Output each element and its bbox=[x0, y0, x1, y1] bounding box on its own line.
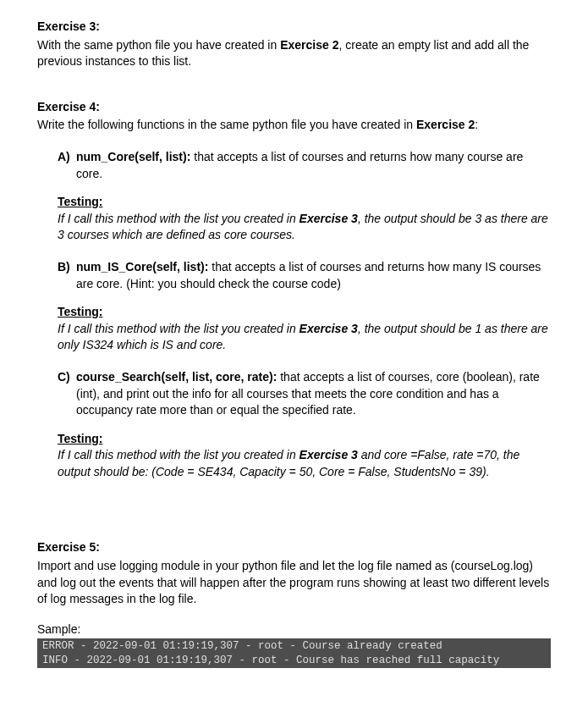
exercise-4-item-a-testing-bold: Exercise 3 bbox=[299, 212, 358, 225]
exercise-4-item-b-rest: num_IS_Core(self, list): that accepts a … bbox=[76, 259, 551, 292]
console-line-1-msg: Course already created bbox=[303, 640, 442, 652]
exercise-4-item-a: A) num_Core(self, list): that accepts a … bbox=[58, 149, 551, 182]
console-line-1-sep1: - bbox=[74, 640, 94, 652]
console-line-2-sep2: - bbox=[233, 654, 252, 666]
exercise-4-item-a-line: A) num_Core(self, list): that accepts a … bbox=[58, 149, 551, 182]
console-line-1-ts: 2022-09-01 01:19:19,307 bbox=[93, 640, 239, 652]
exercise-3: Exercise 3: With the same python file yo… bbox=[37, 19, 551, 70]
exercise-4-item-b-letter: B) bbox=[58, 259, 76, 292]
exercise-4-item-c-rest: course_Search(self, list, core, rate): t… bbox=[76, 369, 551, 419]
exercise-4-item-b-testing-label: Testing: bbox=[58, 304, 551, 321]
exercise-4-item-a-testing-label: Testing: bbox=[58, 194, 551, 211]
console-line-1: ERROR - 2022-09-01 01:19:19,307 - root -… bbox=[42, 639, 546, 653]
exercise-3-title: Exercise 3: bbox=[37, 19, 551, 36]
exercise-4-item-b-testing-body: If I call this method with the list you … bbox=[58, 321, 551, 354]
exercise-4-item-b-line: B) num_IS_Core(self, list): that accepts… bbox=[58, 259, 551, 292]
console-line-1-sep3: - bbox=[283, 640, 303, 652]
exercise-4-item-a-letter: A) bbox=[58, 149, 76, 182]
exercise-4-body-post: : bbox=[475, 118, 478, 131]
exercise-4-body: Write the following functions in the sam… bbox=[37, 117, 551, 134]
exercise-4-body-bold: Exercise 2 bbox=[416, 118, 475, 131]
exercise-4-item-c: C) course_Search(self, list, core, rate)… bbox=[58, 369, 551, 419]
exercise-4-body-pre: Write the following functions in the sam… bbox=[37, 118, 416, 131]
exercise-5: Exercise 5: Import and use logging modul… bbox=[37, 539, 551, 667]
console-line-1-name: root bbox=[258, 640, 283, 652]
exercise-4-item-c-testing-label: Testing: bbox=[58, 431, 551, 448]
exercise-4: Exercise 4: Write the following function… bbox=[37, 99, 551, 481]
console-line-2-ts: 2022-09-01 01:19:19,307 bbox=[87, 654, 234, 666]
exercise-4-item-b-testing-bold: Exercise 3 bbox=[299, 322, 358, 335]
exercise-4-item-a-sig: num_Core(self, list): bbox=[76, 150, 190, 163]
exercise-4-item-a-testing-pre: If I call this method with the list you … bbox=[58, 212, 299, 225]
console-line-2-level: INFO bbox=[42, 654, 68, 666]
console-line-2-name: root bbox=[252, 654, 278, 666]
exercise-4-item-b: B) num_IS_Core(self, list): that accepts… bbox=[58, 259, 551, 292]
exercise-5-sample-label: Sample: bbox=[37, 621, 551, 638]
exercise-4-item-b-testing-pre: If I call this method with the list you … bbox=[58, 322, 299, 335]
exercise-4-item-c-testing-pre: If I call this method with the list you … bbox=[58, 448, 299, 461]
console-line-2-sep3: - bbox=[278, 654, 297, 666]
exercise-4-item-c-line: C) course_Search(self, list, core, rate)… bbox=[58, 369, 551, 419]
exercise-5-body: Import and use logging module in your py… bbox=[37, 558, 551, 608]
exercise-4-item-a-testing-body: If I call this method with the list you … bbox=[58, 211, 551, 244]
exercise-4-item-c-sig: course_Search(self, list, core, rate): bbox=[76, 370, 277, 384]
console-line-1-sep2: - bbox=[239, 640, 259, 652]
exercise-3-body: With the same python file you have creat… bbox=[37, 37, 551, 70]
exercise-4-title: Exercise 4: bbox=[37, 99, 551, 116]
exercise-5-console: ERROR - 2022-09-01 01:19:19,307 - root -… bbox=[37, 638, 551, 668]
exercise-3-body-pre: With the same python file you have creat… bbox=[37, 38, 280, 52]
exercise-4-item-c-testing-body: If I call this method with the list you … bbox=[58, 447, 551, 480]
exercise-5-title: Exercise 5: bbox=[37, 539, 551, 556]
console-line-2-msg: Course has reached full capacity bbox=[296, 654, 499, 666]
exercise-4-item-a-rest: num_Core(self, list): that accepts a lis… bbox=[76, 149, 551, 182]
console-line-2-sep1: - bbox=[68, 654, 87, 666]
exercise-4-item-c-letter: C) bbox=[58, 369, 76, 419]
console-line-1-level: ERROR bbox=[42, 640, 74, 652]
exercise-4-item-b-sig: num_IS_Core(self, list): bbox=[76, 260, 208, 273]
console-line-2: INFO - 2022-09-01 01:19:19,307 - root - … bbox=[42, 654, 546, 667]
exercise-4-item-c-testing-bold: Exercise 3 bbox=[299, 448, 358, 461]
exercise-3-body-bold: Exercise 2 bbox=[280, 38, 338, 52]
